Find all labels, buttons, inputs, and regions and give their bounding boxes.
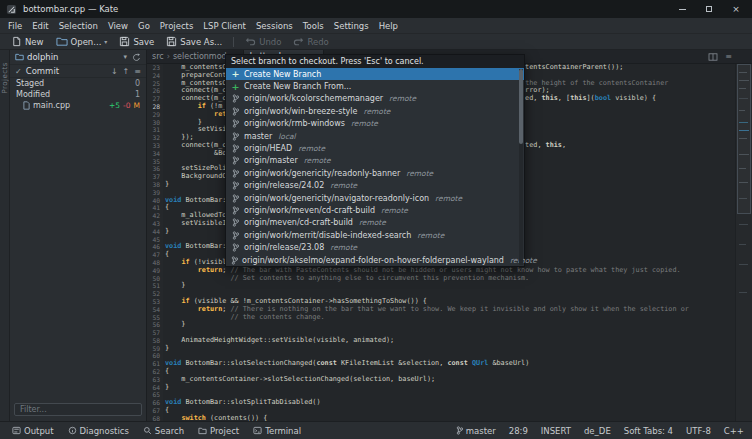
breadcrumb-selectionmode[interactable]: selectionmode	[173, 52, 232, 61]
branch-item-origin-head[interactable]: origin/HEADremote	[226, 142, 524, 154]
code-line: m_contentsContainer->slotSelectionChange…	[165, 376, 735, 384]
git-push-icon[interactable]: ↑	[123, 67, 130, 76]
menu-item-view[interactable]: View	[103, 19, 133, 33]
menu-item-help[interactable]: Help	[374, 19, 403, 33]
branch-action-create-new-branch-from[interactable]: +Create New Branch From...	[226, 80, 524, 92]
branch-item-origin-work-rmb-windows[interactable]: origin/work/rmb-windowsremote	[226, 118, 524, 130]
menu-item-tools[interactable]: Tools	[298, 19, 329, 33]
undo-button[interactable]: Undo	[239, 36, 287, 48]
menu-item-edit[interactable]: Edit	[27, 19, 53, 33]
branch-item-origin-release-24-02[interactable]: origin/release/24.02remote	[226, 180, 524, 192]
git-branch-icon	[231, 206, 240, 215]
branch-scope: remote	[389, 94, 416, 103]
popup-scrollbar-thumb[interactable]	[519, 69, 523, 144]
git-branch-icon	[231, 107, 240, 116]
line-number: 54	[147, 306, 160, 314]
menu-item-settings[interactable]: Settings	[329, 19, 374, 33]
minimap-mark	[739, 168, 746, 169]
status-git-branch[interactable]: master	[456, 426, 496, 436]
menu-item-selection[interactable]: Selection	[54, 19, 103, 33]
minimap-mark	[739, 138, 747, 139]
popup-scrollbar[interactable]	[519, 69, 523, 265]
chevron-down-icon[interactable]: ▾	[123, 53, 127, 61]
close-button[interactable]: ×	[731, 4, 741, 14]
status-cursor-position[interactable]: 28:9	[509, 426, 528, 436]
status-dictionary[interactable]: de_DE	[584, 426, 611, 436]
minimap-mark	[739, 80, 749, 81]
file-row-main-cpp[interactable]: main.cpp +5 -0 M	[10, 100, 146, 111]
git-group-staged[interactable]: Staged 0	[10, 78, 146, 89]
refresh-icon[interactable]	[132, 53, 141, 62]
statusbar-tab-project[interactable]: Project	[192, 424, 245, 438]
line-number: 37	[147, 173, 160, 181]
line-number: 60	[147, 352, 160, 360]
git-branch-icon	[231, 243, 240, 252]
statusbar-tab-diagnostics[interactable]: Diagnostics	[62, 424, 135, 438]
branch-action-create-new-branch[interactable]: +Create New Branch	[226, 68, 524, 80]
branch-scope: remote	[304, 156, 331, 165]
menu-item-projects[interactable]: Projects	[155, 19, 199, 33]
save-as-button[interactable]: Save As...	[160, 35, 228, 48]
branch-scope: remote	[435, 194, 462, 203]
code-line: }	[165, 345, 735, 353]
statusbar-tab-search[interactable]: Search	[137, 424, 190, 438]
line-number: 33	[147, 142, 160, 150]
status-input-mode[interactable]: INSERT	[541, 426, 571, 436]
status-highlight-mode[interactable]: C++	[724, 426, 744, 436]
branch-scope: remote	[406, 169, 433, 178]
status-value: UTF-8	[686, 426, 711, 436]
branch-item-origin-work-genericity-navigator-readonly-icon[interactable]: origin/work/genericity/navigator-readonl…	[226, 192, 524, 204]
git-group-modified[interactable]: Modified 1	[10, 89, 146, 100]
status-encoding[interactable]: UTF-8	[686, 426, 711, 436]
menu-bar: FileEditSelectionViewGoProjectsLSP Clien…	[0, 18, 752, 34]
statusbar-tab-terminal[interactable]: Terminal	[247, 424, 307, 438]
branch-scope: remote	[381, 206, 408, 215]
open-button[interactable]: Open... ▾	[50, 35, 114, 48]
status-value: de_DE	[584, 426, 611, 436]
branch-item-origin-work-meven-cd-craft-build[interactable]: origin/work/meven/cd-craft-buildremote	[226, 204, 524, 216]
filter-input[interactable]	[14, 403, 142, 416]
tab-menu-icon[interactable]: ≡	[725, 52, 732, 61]
branch-name: origin/work/akselmo/expand-folder-on-hov…	[242, 256, 504, 265]
split-view-icon[interactable]	[708, 53, 718, 61]
gutter: 2324252627282930313233343536373839404142…	[147, 64, 163, 421]
git-menu-icon[interactable]: ≡	[134, 67, 141, 76]
branch-item-origin-master[interactable]: origin/masterremote	[226, 155, 524, 167]
search-icon	[143, 426, 152, 435]
commit-button[interactable]: Commit	[26, 66, 59, 76]
minimap[interactable]	[735, 64, 752, 421]
redo-button[interactable]: Redo	[287, 36, 334, 48]
branch-item-origin-release-23-08[interactable]: origin/release/23.08remote	[226, 241, 524, 253]
git-pull-icon[interactable]: ↓	[111, 67, 118, 76]
branch-name: origin/work/genericity/navigator-readonl…	[244, 194, 429, 203]
branch-item-origin-meven-cd-craft-build[interactable]: origin/meven/cd-craft-buildremote	[226, 217, 524, 229]
branch-item-master[interactable]: masterlocal	[226, 130, 524, 142]
minimap-mark	[739, 182, 748, 183]
line-number: 28	[147, 103, 160, 111]
breadcrumb-src[interactable]: src	[152, 52, 164, 61]
branch-item-origin-work-win-breeze-style[interactable]: origin/work/win-breeze-styleremote	[226, 105, 524, 117]
save-button[interactable]: Save	[113, 35, 160, 48]
line-number: 51	[147, 282, 160, 290]
open-folder-icon	[56, 36, 68, 47]
branch-name: Create New Branch	[244, 70, 321, 79]
branch-item-origin-work-kcolorschememanager[interactable]: origin/work/kcolorschememanagerremote	[226, 93, 524, 105]
branch-item-origin-work-genericity-readonly-banner[interactable]: origin/work/genericity/readonly-bannerre…	[226, 167, 524, 179]
menu-item-sessions[interactable]: Sessions	[251, 19, 298, 33]
menu-item-file[interactable]: File	[3, 19, 27, 33]
branch-popup: Select branch to checkout. Press 'Esc' t…	[225, 54, 525, 267]
branch-item-origin-work-akselmo-expand-folder-on-hover-folderpanel-wayland[interactable]: origin/work/akselmo/expand-folder-on-hov…	[226, 254, 524, 266]
branch-name: origin/meven/cd-craft-build	[244, 218, 353, 227]
sidebar-tab-projects[interactable]: Projects	[1, 62, 9, 94]
menu-item-go[interactable]: Go	[133, 19, 155, 33]
branch-item-origin-work-merrit-disable-indexed-search[interactable]: origin/work/merrit/disable-indexed-searc…	[226, 229, 524, 241]
git-branch-icon	[231, 218, 240, 227]
project-name[interactable]: dolphin	[27, 52, 59, 62]
statusbar-tab-output[interactable]: Output	[6, 424, 60, 438]
menu-item-lsp-client[interactable]: LSP Client	[198, 19, 251, 33]
minimize-button[interactable]	[677, 4, 687, 14]
statusbar-tools: OutputDiagnosticsSearchProjectTerminal	[6, 424, 307, 438]
maximize-button[interactable]	[704, 4, 714, 14]
status-tab-settings[interactable]: Soft Tabs: 4	[624, 426, 673, 436]
new-button[interactable]: New	[5, 35, 50, 48]
